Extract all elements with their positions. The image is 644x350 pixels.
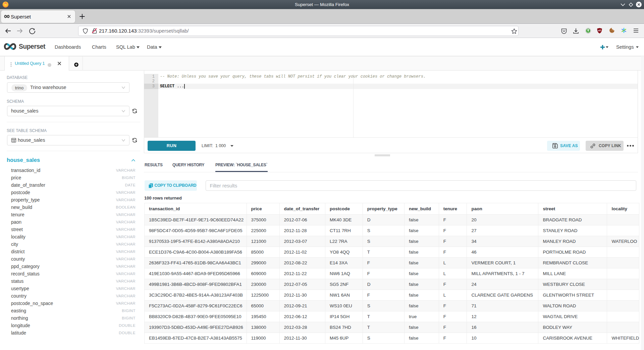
svg-text:uO: uO — [598, 29, 601, 32]
